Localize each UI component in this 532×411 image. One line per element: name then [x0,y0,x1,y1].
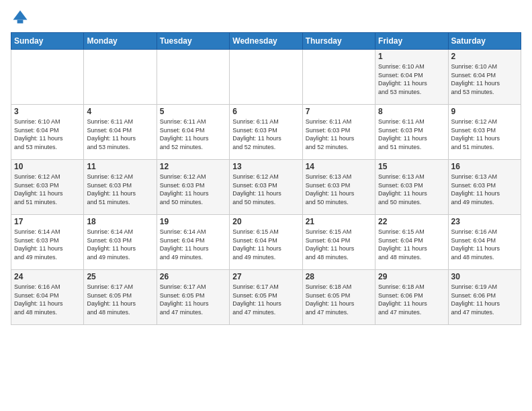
day-info: Sunrise: 6:15 AM Sunset: 6:04 PM Dayligh… [232,228,299,261]
day-number: 16 [451,162,518,171]
day-info: Sunrise: 6:13 AM Sunset: 6:03 PM Dayligh… [306,173,372,206]
calendar-cell: 11Sunrise: 6:12 AM Sunset: 6:03 PM Dayli… [84,160,157,215]
day-info: Sunrise: 6:11 AM Sunset: 6:03 PM Dayligh… [306,118,372,151]
day-info: Sunrise: 6:19 AM Sunset: 6:06 PM Dayligh… [451,283,518,316]
day-info: Sunrise: 6:18 AM Sunset: 6:05 PM Dayligh… [306,283,372,316]
day-info: Sunrise: 6:12 AM Sunset: 6:03 PM Dayligh… [451,118,518,151]
day-number: 7 [306,107,372,116]
day-number: 11 [87,162,153,171]
day-info: Sunrise: 6:16 AM Sunset: 6:04 PM Dayligh… [451,228,518,261]
calendar-cell: 1Sunrise: 6:10 AM Sunset: 6:04 PM Daylig… [375,50,448,105]
day-info: Sunrise: 6:10 AM Sunset: 6:04 PM Dayligh… [378,62,445,96]
day-info: Sunrise: 6:15 AM Sunset: 6:04 PM Dayligh… [306,228,372,261]
day-number: 26 [160,272,226,281]
calendar-cell: 6Sunrise: 6:11 AM Sunset: 6:03 PM Daylig… [230,105,302,160]
weekday-header: Sunday [11,33,84,50]
day-number: 15 [378,162,445,171]
calendar-cell: 18Sunrise: 6:14 AM Sunset: 6:03 PM Dayli… [84,215,157,270]
calendar-cell: 2Sunrise: 6:10 AM Sunset: 6:04 PM Daylig… [448,50,521,105]
day-number: 1 [378,52,445,61]
calendar-cell: 13Sunrise: 6:12 AM Sunset: 6:03 PM Dayli… [230,160,302,215]
day-number: 9 [451,107,518,116]
calendar-cell: 7Sunrise: 6:11 AM Sunset: 6:03 PM Daylig… [302,105,375,160]
calendar-cell: 19Sunrise: 6:14 AM Sunset: 6:04 PM Dayli… [157,215,229,270]
day-number: 24 [14,272,81,281]
day-info: Sunrise: 6:18 AM Sunset: 6:06 PM Dayligh… [378,283,445,316]
calendar-cell: 30Sunrise: 6:19 AM Sunset: 6:06 PM Dayli… [448,270,521,325]
day-info: Sunrise: 6:11 AM Sunset: 6:03 PM Dayligh… [232,118,299,151]
day-info: Sunrise: 6:13 AM Sunset: 6:03 PM Dayligh… [378,173,445,206]
day-number: 6 [232,107,299,116]
calendar-cell: 5Sunrise: 6:11 AM Sunset: 6:04 PM Daylig… [157,105,229,160]
day-number: 18 [87,217,153,226]
day-number: 14 [306,162,372,171]
day-number: 5 [160,107,226,116]
day-info: Sunrise: 6:14 AM Sunset: 6:03 PM Dayligh… [14,228,81,261]
day-number: 17 [14,217,81,226]
calendar-cell: 10Sunrise: 6:12 AM Sunset: 6:03 PM Dayli… [11,160,84,215]
calendar-cell: 25Sunrise: 6:17 AM Sunset: 6:05 PM Dayli… [84,270,157,325]
page: SundayMondayTuesdayWednesdayThursdayFrid… [0,0,532,332]
calendar-cell: 12Sunrise: 6:12 AM Sunset: 6:03 PM Dayli… [157,160,229,215]
logo [11,8,32,27]
day-info: Sunrise: 6:12 AM Sunset: 6:03 PM Dayligh… [14,173,81,206]
svg-rect-1 [17,20,24,24]
calendar-cell [230,50,302,105]
day-number: 28 [306,272,372,281]
day-number: 27 [232,272,299,281]
calendar-cell: 28Sunrise: 6:18 AM Sunset: 6:05 PM Dayli… [302,270,375,325]
day-number: 22 [378,217,445,226]
day-info: Sunrise: 6:11 AM Sunset: 6:04 PM Dayligh… [160,118,226,151]
calendar-cell: 23Sunrise: 6:16 AM Sunset: 6:04 PM Dayli… [448,215,521,270]
weekday-header: Monday [84,33,157,50]
calendar-cell: 3Sunrise: 6:10 AM Sunset: 6:04 PM Daylig… [11,105,84,160]
calendar-cell: 22Sunrise: 6:15 AM Sunset: 6:04 PM Dayli… [375,215,448,270]
day-info: Sunrise: 6:14 AM Sunset: 6:04 PM Dayligh… [160,228,226,261]
calendar-cell [11,50,84,105]
header [11,8,521,27]
calendar-cell: 16Sunrise: 6:13 AM Sunset: 6:03 PM Dayli… [448,160,521,215]
day-info: Sunrise: 6:12 AM Sunset: 6:03 PM Dayligh… [160,173,226,206]
weekday-header: Tuesday [157,33,229,50]
calendar-cell: 14Sunrise: 6:13 AM Sunset: 6:03 PM Dayli… [302,160,375,215]
day-number: 2 [451,52,518,61]
day-number: 20 [232,217,299,226]
calendar-cell: 27Sunrise: 6:17 AM Sunset: 6:05 PM Dayli… [230,270,302,325]
day-info: Sunrise: 6:17 AM Sunset: 6:05 PM Dayligh… [87,283,153,316]
day-info: Sunrise: 6:10 AM Sunset: 6:04 PM Dayligh… [14,118,81,151]
weekday-header: Saturday [448,33,521,50]
day-info: Sunrise: 6:12 AM Sunset: 6:03 PM Dayligh… [87,173,153,206]
day-info: Sunrise: 6:14 AM Sunset: 6:03 PM Dayligh… [87,228,153,261]
header-row: SundayMondayTuesdayWednesdayThursdayFrid… [11,33,521,50]
day-info: Sunrise: 6:12 AM Sunset: 6:03 PM Dayligh… [232,173,299,206]
calendar-cell: 20Sunrise: 6:15 AM Sunset: 6:04 PM Dayli… [230,215,302,270]
calendar-week: 10Sunrise: 6:12 AM Sunset: 6:03 PM Dayli… [11,160,521,215]
calendar-cell: 4Sunrise: 6:11 AM Sunset: 6:04 PM Daylig… [84,105,157,160]
day-info: Sunrise: 6:17 AM Sunset: 6:05 PM Dayligh… [232,283,299,316]
calendar-cell: 29Sunrise: 6:18 AM Sunset: 6:06 PM Dayli… [375,270,448,325]
weekday-header: Thursday [302,33,375,50]
calendar-cell [157,50,229,105]
day-number: 8 [378,107,445,116]
calendar-week: 1Sunrise: 6:10 AM Sunset: 6:04 PM Daylig… [11,50,521,105]
day-info: Sunrise: 6:11 AM Sunset: 6:03 PM Dayligh… [378,118,445,151]
day-info: Sunrise: 6:17 AM Sunset: 6:05 PM Dayligh… [160,283,226,316]
day-number: 3 [14,107,81,116]
calendar-week: 3Sunrise: 6:10 AM Sunset: 6:04 PM Daylig… [11,105,521,160]
calendar-cell: 8Sunrise: 6:11 AM Sunset: 6:03 PM Daylig… [375,105,448,160]
calendar-week: 17Sunrise: 6:14 AM Sunset: 6:03 PM Dayli… [11,215,521,270]
day-number: 30 [451,272,518,281]
day-number: 19 [160,217,226,226]
day-info: Sunrise: 6:11 AM Sunset: 6:04 PM Dayligh… [87,118,153,151]
calendar-table: SundayMondayTuesdayWednesdayThursdayFrid… [11,32,521,325]
day-number: 10 [14,162,81,171]
day-number: 29 [378,272,445,281]
day-number: 21 [306,217,372,226]
day-info: Sunrise: 6:10 AM Sunset: 6:04 PM Dayligh… [451,62,518,96]
day-number: 23 [451,217,518,226]
weekday-header: Friday [375,33,448,50]
day-number: 4 [87,107,153,116]
calendar-cell: 24Sunrise: 6:16 AM Sunset: 6:04 PM Dayli… [11,270,84,325]
calendar-cell: 26Sunrise: 6:17 AM Sunset: 6:05 PM Dayli… [157,270,229,325]
day-info: Sunrise: 6:16 AM Sunset: 6:04 PM Dayligh… [14,283,81,316]
